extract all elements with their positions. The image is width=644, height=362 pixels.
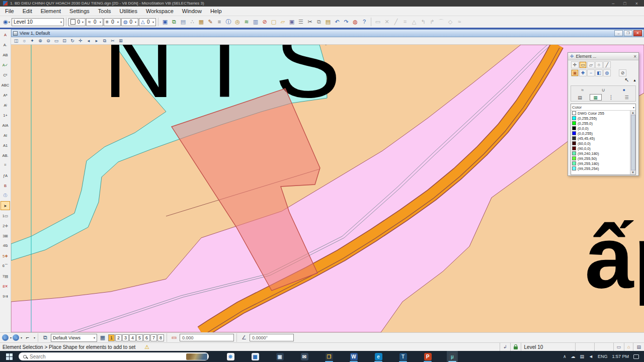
selection-method-button[interactable]: ╱	[603, 61, 611, 68]
view-tool-button[interactable]: ⧉	[101, 38, 108, 44]
main-tool-button[interactable]: ƒA	[1, 171, 10, 180]
menu-item[interactable]: Tools	[98, 8, 111, 14]
main-tool-button[interactable]: A	[1, 30, 10, 39]
view-tool-button[interactable]: ✛	[77, 38, 84, 44]
color-list-item[interactable]: (99,240,180)	[571, 151, 630, 156]
toolbar-icon[interactable]: ⧉	[314, 18, 324, 27]
active-lineweight-combo[interactable]: ≡0▾	[104, 18, 121, 26]
toolbar-icon[interactable]: ▥	[251, 18, 260, 27]
menu-item[interactable]: Element	[41, 8, 61, 14]
view-tool-button[interactable]: ▭	[53, 38, 60, 44]
filter-tab[interactable]: ☰	[621, 94, 633, 101]
color-list-scrollbar[interactable]: ▲ ▼	[630, 111, 635, 174]
toolbar-icon[interactable]: ∴	[188, 18, 197, 27]
toolbar-icon[interactable]: ▣	[287, 18, 296, 27]
menu-item[interactable]: Edit	[23, 8, 32, 14]
network-icon[interactable]: ▤	[580, 354, 585, 359]
view-tool-button[interactable]: ⊖	[45, 38, 52, 44]
toolbar-icon[interactable]: ▱	[278, 18, 287, 27]
tray-chevron-icon[interactable]: ∧	[563, 354, 567, 359]
taskbar-app-button[interactable]: ▣	[274, 351, 285, 362]
filter-tab[interactable]: ┆	[605, 94, 617, 101]
view-toggle-button[interactable]: 2	[115, 334, 122, 341]
main-tool-button[interactable]: 5❖	[1, 251, 10, 260]
filter-tab[interactable]: ▤	[574, 94, 586, 101]
cursor-tool-icon[interactable]: ↖	[623, 76, 630, 83]
taskbar-app-button[interactable]: T	[397, 351, 409, 362]
fence-status-icon[interactable]: ⌂	[624, 343, 633, 351]
color-list-item[interactable]: (60,0,0)	[571, 141, 630, 146]
filter-tab[interactable]: ▦	[590, 94, 602, 101]
main-tool-button[interactable]: 4⧉	[1, 241, 10, 250]
main-tool-button[interactable]: 9⇉	[1, 292, 10, 301]
view-tool-button[interactable]: ▸	[93, 38, 100, 44]
filter-tab[interactable]: ●	[618, 86, 630, 93]
active-linestyle-combo[interactable]: ≈0▾	[86, 18, 103, 26]
taskbar-app-button[interactable]: P	[422, 351, 433, 362]
active-level-status[interactable]: Level 10	[521, 343, 575, 351]
toolbar-icon[interactable]: ?	[360, 18, 369, 27]
main-tool-button[interactable]: Aʲ	[1, 101, 10, 110]
view-tool-button[interactable]: ⊞	[117, 38, 124, 44]
view-titlebar[interactable]: View 1, Default – ❐ ✕	[11, 29, 644, 37]
main-tool-button[interactable]: 2✛	[1, 221, 10, 230]
priority-combo[interactable]: △0▾	[139, 18, 156, 26]
taskbar-app-button[interactable]: ✉	[299, 351, 310, 362]
view-toggle-button[interactable]: 4	[129, 334, 136, 341]
filter-tab[interactable]: ∪	[597, 86, 609, 93]
taskbar-app-button[interactable]: W	[348, 351, 359, 362]
color-list-item[interactable]: DWG Color 255	[571, 111, 630, 116]
selection-mode-button[interactable]: ▣	[571, 69, 579, 76]
main-tool-button[interactable]: 1▭	[1, 211, 10, 220]
scroll-up-icon[interactable]: ▲	[631, 111, 634, 114]
main-tool-button[interactable]: ⠛	[1, 161, 10, 170]
view-toggle-button[interactable]: 5	[136, 334, 143, 341]
manage-view-groups-icon[interactable]: ▦	[98, 333, 107, 342]
main-tool-button[interactable]: A✓	[1, 60, 10, 69]
main-tool-button[interactable]: 1+	[1, 111, 10, 120]
dgn-status-icon[interactable]: ▤	[633, 343, 644, 351]
panel-titlebar[interactable]: ✛ Element ... ×	[568, 53, 638, 60]
color-list-item[interactable]: (90,0,0)	[571, 146, 630, 151]
main-tool-button[interactable]: ABC	[1, 80, 10, 89]
toolbar-icon[interactable]: ↶	[333, 18, 342, 27]
view-previous-button[interactable]: ←	[2, 334, 9, 341]
main-tool-button[interactable]: ➤	[1, 201, 10, 210]
scrollbar-thumb[interactable]	[631, 115, 635, 170]
color-list-item[interactable]: (99,255,254)	[571, 166, 630, 171]
language-indicator[interactable]: ENG	[598, 354, 608, 359]
toolbar-icon[interactable]: ▦	[197, 18, 206, 27]
distance-field[interactable]: 0.000	[180, 334, 234, 341]
view-toggle-button[interactable]: 6	[143, 334, 150, 341]
search-highlight-thumbnail[interactable]	[186, 353, 207, 360]
main-tool-button[interactable]: 6⌒	[1, 261, 10, 270]
toolbar-icon[interactable]: ↷	[342, 18, 351, 27]
menu-item[interactable]: Workspace	[146, 8, 174, 14]
acs-icon[interactable]: ▭	[170, 333, 179, 342]
color-list-item[interactable]: (0,0,0)	[571, 126, 630, 131]
toolbar-icon[interactable]: ▣	[160, 18, 170, 27]
main-tool-button[interactable]: ⓘ	[1, 191, 10, 200]
color-list-item[interactable]: (99,255,50)	[571, 156, 630, 161]
menu-item[interactable]: Utilities	[120, 8, 137, 14]
toolbar-icon[interactable]: ▤	[324, 18, 333, 27]
menu-item[interactable]: Settings	[69, 8, 90, 14]
taskbar-app-button[interactable]: ❒	[324, 351, 335, 362]
main-tool-button[interactable]: A˒	[1, 40, 10, 49]
view-toggle-button[interactable]: 1	[108, 334, 115, 341]
window-close-button[interactable]: ×	[635, 1, 638, 6]
onedrive-icon[interactable]: ☁	[571, 354, 576, 359]
view-toggle-button[interactable]: 3	[122, 334, 129, 341]
main-tool-button[interactable]: A1	[1, 141, 10, 150]
drawing-view[interactable]: NTS ấp ✛ Element ... × ✛▭▱○╱	[11, 45, 644, 332]
selection-set-icon[interactable]: ▭	[613, 343, 624, 351]
toolbar-icon[interactable]: ✂	[305, 18, 314, 27]
toolbar-icon[interactable]: ▤	[179, 18, 188, 27]
view-tool-button[interactable]: ✦	[29, 38, 36, 44]
toolbar-icon[interactable]: ◎	[233, 18, 242, 27]
taskbar-app-button[interactable]: ❋	[225, 351, 236, 362]
toolbar-icon[interactable]: ☰	[296, 18, 305, 27]
active-color-combo[interactable]: 0▾	[68, 18, 86, 26]
main-tool-button[interactable]: 7▤	[1, 272, 10, 281]
color-list-item[interactable]: (0,255,0)	[571, 121, 630, 126]
